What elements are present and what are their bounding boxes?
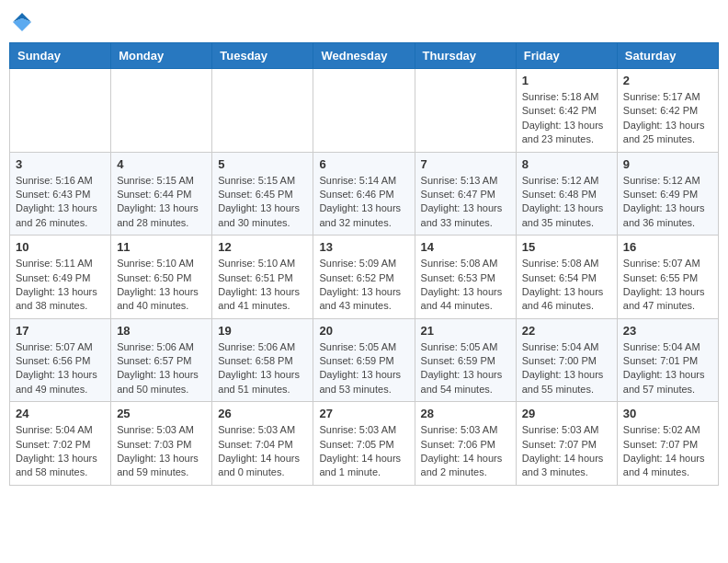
day-info: Sunrise: 5:03 AM Sunset: 7:05 PM Dayligh… [319, 423, 408, 480]
calendar-cell: 4Sunrise: 5:15 AM Sunset: 6:44 PM Daylig… [111, 152, 212, 236]
day-info: Sunrise: 5:18 AM Sunset: 6:42 PM Dayligh… [522, 90, 611, 147]
day-info: Sunrise: 5:11 AM Sunset: 6:49 PM Dayligh… [16, 257, 105, 314]
calendar-cell [111, 69, 212, 153]
day-info: Sunrise: 5:09 AM Sunset: 6:52 PM Dayligh… [319, 257, 408, 314]
calendar-cell: 23Sunrise: 5:04 AM Sunset: 7:01 PM Dayli… [617, 318, 718, 402]
day-number: 30 [623, 407, 712, 420]
calendar-week-row: 24Sunrise: 5:04 AM Sunset: 7:02 PM Dayli… [10, 402, 719, 486]
day-number: 25 [117, 407, 206, 420]
calendar-cell: 14Sunrise: 5:08 AM Sunset: 6:53 PM Dayli… [415, 236, 516, 319]
calendar-cell: 18Sunrise: 5:06 AM Sunset: 6:57 PM Dayli… [111, 318, 212, 402]
day-info: Sunrise: 5:12 AM Sunset: 6:48 PM Dayligh… [522, 174, 611, 231]
day-number: 13 [319, 240, 408, 254]
calendar-cell: 17Sunrise: 5:07 AM Sunset: 6:56 PM Dayli… [10, 318, 111, 402]
day-info: Sunrise: 5:10 AM Sunset: 6:51 PM Dayligh… [218, 257, 307, 314]
calendar-cell: 12Sunrise: 5:10 AM Sunset: 6:51 PM Dayli… [212, 236, 313, 319]
day-info: Sunrise: 5:03 AM Sunset: 7:04 PM Dayligh… [218, 423, 307, 480]
calendar-cell: 21Sunrise: 5:05 AM Sunset: 6:59 PM Dayli… [415, 318, 516, 402]
calendar-cell: 1Sunrise: 5:18 AM Sunset: 6:42 PM Daylig… [516, 69, 617, 153]
day-number: 26 [218, 407, 307, 420]
day-number: 2 [623, 74, 712, 87]
day-number: 28 [421, 407, 510, 420]
calendar-week-row: 10Sunrise: 5:11 AM Sunset: 6:49 PM Dayli… [10, 236, 719, 319]
day-number: 8 [522, 157, 611, 171]
calendar-header-row: SundayMondayTuesdayWednesdayThursdayFrid… [10, 43, 719, 69]
calendar-cell: 9Sunrise: 5:12 AM Sunset: 6:49 PM Daylig… [617, 152, 718, 236]
day-number: 19 [218, 324, 307, 338]
day-number: 23 [623, 324, 712, 338]
day-number: 7 [421, 157, 510, 171]
day-number: 12 [218, 240, 307, 254]
day-number: 9 [623, 157, 712, 171]
day-info: Sunrise: 5:06 AM Sunset: 6:57 PM Dayligh… [117, 340, 206, 397]
day-number: 11 [117, 240, 206, 254]
calendar-cell: 28Sunrise: 5:03 AM Sunset: 7:06 PM Dayli… [415, 402, 516, 486]
day-number: 20 [319, 324, 408, 338]
day-number: 5 [218, 157, 307, 171]
day-info: Sunrise: 5:07 AM Sunset: 6:55 PM Dayligh… [623, 257, 712, 314]
day-info: Sunrise: 5:16 AM Sunset: 6:43 PM Dayligh… [16, 174, 105, 231]
day-info: Sunrise: 5:06 AM Sunset: 6:58 PM Dayligh… [218, 340, 307, 397]
calendar-cell: 3Sunrise: 5:16 AM Sunset: 6:43 PM Daylig… [10, 152, 111, 236]
day-info: Sunrise: 5:04 AM Sunset: 7:00 PM Dayligh… [522, 340, 611, 397]
calendar-cell: 6Sunrise: 5:14 AM Sunset: 6:46 PM Daylig… [313, 152, 415, 236]
day-number: 14 [421, 240, 510, 254]
logo [9, 9, 39, 35]
calendar-cell: 22Sunrise: 5:04 AM Sunset: 7:00 PM Dayli… [516, 318, 617, 402]
day-info: Sunrise: 5:12 AM Sunset: 6:49 PM Dayligh… [623, 174, 712, 231]
calendar-cell: 26Sunrise: 5:03 AM Sunset: 7:04 PM Dayli… [212, 402, 313, 486]
calendar-cell: 30Sunrise: 5:02 AM Sunset: 7:07 PM Dayli… [617, 402, 718, 486]
calendar-cell: 5Sunrise: 5:15 AM Sunset: 6:45 PM Daylig… [212, 152, 313, 236]
day-number: 24 [16, 407, 105, 420]
day-number: 17 [16, 324, 105, 338]
weekday-header-friday: Friday [516, 43, 617, 69]
calendar-cell [313, 69, 415, 153]
day-info: Sunrise: 5:14 AM Sunset: 6:46 PM Dayligh… [319, 174, 408, 231]
calendar-table: SundayMondayTuesdayWednesdayThursdayFrid… [9, 42, 719, 486]
day-number: 16 [623, 240, 712, 254]
day-info: Sunrise: 5:08 AM Sunset: 6:53 PM Dayligh… [421, 257, 510, 314]
weekday-header-thursday: Thursday [415, 43, 516, 69]
weekday-header-tuesday: Tuesday [212, 43, 313, 69]
day-info: Sunrise: 5:07 AM Sunset: 6:56 PM Dayligh… [16, 340, 105, 397]
weekday-header-monday: Monday [111, 43, 212, 69]
day-info: Sunrise: 5:02 AM Sunset: 7:07 PM Dayligh… [623, 423, 712, 480]
day-number: 29 [522, 407, 611, 420]
day-number: 1 [522, 74, 611, 87]
day-info: Sunrise: 5:03 AM Sunset: 7:03 PM Dayligh… [117, 423, 206, 480]
logo-icon [9, 9, 35, 35]
calendar-cell: 10Sunrise: 5:11 AM Sunset: 6:49 PM Dayli… [10, 236, 111, 319]
day-number: 27 [319, 407, 408, 420]
day-info: Sunrise: 5:15 AM Sunset: 6:45 PM Dayligh… [218, 174, 307, 231]
day-info: Sunrise: 5:10 AM Sunset: 6:50 PM Dayligh… [117, 257, 206, 314]
day-info: Sunrise: 5:03 AM Sunset: 7:06 PM Dayligh… [421, 423, 510, 480]
calendar-week-row: 3Sunrise: 5:16 AM Sunset: 6:43 PM Daylig… [10, 152, 719, 236]
calendar-cell: 11Sunrise: 5:10 AM Sunset: 6:50 PM Dayli… [111, 236, 212, 319]
weekday-header-saturday: Saturday [617, 43, 718, 69]
day-number: 6 [319, 157, 408, 171]
calendar-cell: 7Sunrise: 5:13 AM Sunset: 6:47 PM Daylig… [415, 152, 516, 236]
calendar-cell: 15Sunrise: 5:08 AM Sunset: 6:54 PM Dayli… [516, 236, 617, 319]
calendar-cell: 19Sunrise: 5:06 AM Sunset: 6:58 PM Dayli… [212, 318, 313, 402]
calendar-week-row: 17Sunrise: 5:07 AM Sunset: 6:56 PM Dayli… [10, 318, 719, 402]
calendar-cell [415, 69, 516, 153]
calendar-cell [212, 69, 313, 153]
calendar-cell: 27Sunrise: 5:03 AM Sunset: 7:05 PM Dayli… [313, 402, 415, 486]
calendar-week-row: 1Sunrise: 5:18 AM Sunset: 6:42 PM Daylig… [10, 69, 719, 153]
day-number: 3 [16, 157, 105, 171]
calendar-cell: 16Sunrise: 5:07 AM Sunset: 6:55 PM Dayli… [617, 236, 718, 319]
calendar-cell: 25Sunrise: 5:03 AM Sunset: 7:03 PM Dayli… [111, 402, 212, 486]
weekday-header-wednesday: Wednesday [313, 43, 415, 69]
day-number: 4 [117, 157, 206, 171]
page-header [9, 9, 719, 35]
calendar-cell: 24Sunrise: 5:04 AM Sunset: 7:02 PM Dayli… [10, 402, 111, 486]
day-number: 21 [421, 324, 510, 338]
calendar-cell: 13Sunrise: 5:09 AM Sunset: 6:52 PM Dayli… [313, 236, 415, 319]
day-number: 22 [522, 324, 611, 338]
day-info: Sunrise: 5:15 AM Sunset: 6:44 PM Dayligh… [117, 174, 206, 231]
day-info: Sunrise: 5:05 AM Sunset: 6:59 PM Dayligh… [319, 340, 408, 397]
day-info: Sunrise: 5:17 AM Sunset: 6:42 PM Dayligh… [623, 90, 712, 147]
day-info: Sunrise: 5:04 AM Sunset: 7:01 PM Dayligh… [623, 340, 712, 397]
day-info: Sunrise: 5:03 AM Sunset: 7:07 PM Dayligh… [522, 423, 611, 480]
day-info: Sunrise: 5:13 AM Sunset: 6:47 PM Dayligh… [421, 174, 510, 231]
